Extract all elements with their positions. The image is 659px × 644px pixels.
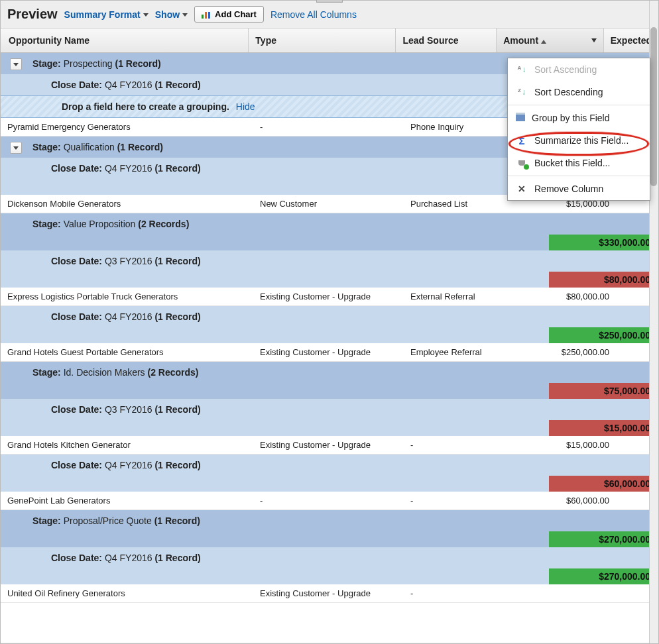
add-chart-button[interactable]: Add Chart <box>194 6 264 23</box>
data-row[interactable]: Grand Hotels Guest Portable GeneratorsEx… <box>1 343 658 362</box>
caret-down-icon <box>143 13 149 17</box>
cell-lead-source: Employee Referral <box>405 344 508 360</box>
menu-bucket-field[interactable]: Bucket this Field... <box>508 152 650 174</box>
collapse-toggle[interactable] <box>10 58 22 70</box>
cell-type: Existing Customer - Upgrade <box>255 344 405 360</box>
stage-summary-row: $75,000.00 <box>1 383 658 399</box>
group-icon <box>516 115 525 121</box>
column-menu: Sort Ascending Sort Descending Group by … <box>507 58 650 201</box>
summary-amount: $60,000.00 <box>549 476 658 492</box>
close-icon: ✕ <box>516 184 528 194</box>
summary-amount: $270,000.00 <box>549 531 658 547</box>
cell-lead-source: - <box>405 585 508 602</box>
cell-opportunity-name: Pyramid Emergency Generators <box>1 119 255 135</box>
date-summary-row: $250,000.00 <box>1 327 658 343</box>
menu-remove-column[interactable]: ✕Remove Column <box>508 178 650 200</box>
menu-separator <box>508 176 650 176</box>
cell-type: - <box>255 119 405 135</box>
sort-asc-icon <box>541 40 546 44</box>
stage-group-header[interactable]: Stage: Proposal/Price Quote (1 Record) <box>1 510 658 531</box>
stage-summary-row: $270,000.00 <box>1 531 658 547</box>
cell-lead-source: - <box>405 492 508 509</box>
cell-amount <box>508 590 617 597</box>
cell-type: Existing Customer - Upgrade <box>255 437 405 453</box>
stage-summary-row: $330,000.00 <box>1 235 658 250</box>
vertical-scrollbar[interactable] <box>649 1 658 643</box>
summary-format-link[interactable]: Summary Format <box>64 9 149 20</box>
cell-type: - <box>255 492 405 509</box>
hide-link[interactable]: Hide <box>236 101 255 112</box>
summary-amount: $250,000.00 <box>549 327 658 343</box>
cell-opportunity-name: Dickenson Mobile Generators <box>1 195 255 212</box>
summary-amount: $330,000.00 <box>549 235 658 250</box>
cell-lead-source: Phone Inquiry <box>405 119 508 135</box>
show-link[interactable]: Show <box>155 9 188 20</box>
data-row[interactable]: Express Logistics Portable Truck Generat… <box>1 288 658 306</box>
summary-amount: $75,000.00 <box>549 383 658 399</box>
column-menu-button[interactable] <box>591 38 597 42</box>
cell-opportunity-name: Grand Hotels Kitchen Generator <box>1 437 255 453</box>
data-row[interactable]: Grand Hotels Kitchen GeneratorExisting C… <box>1 436 658 455</box>
cell-type: Existing Customer - Upgrade <box>255 585 405 602</box>
drag-notch[interactable] <box>316 0 343 3</box>
collapse-toggle[interactable] <box>10 142 22 154</box>
menu-sort-descending[interactable]: Sort Descending <box>508 81 650 103</box>
date-group-header[interactable]: Close Date: Q4 FY2016 (1 Record) <box>1 306 658 327</box>
col-type[interactable]: Type <box>249 28 396 52</box>
date-group-header[interactable]: Close Date: Q4 FY2016 (1 Record) <box>1 547 658 568</box>
date-group-header[interactable]: Close Date: Q3 FY2016 (1 Record) <box>1 250 658 272</box>
cell-opportunity-name: GenePoint Lab Generators <box>1 492 255 509</box>
table-header: Opportunity Name Type Lead Source Amount… <box>1 28 658 53</box>
cell-amount: $80,000.00 <box>508 288 617 305</box>
date-summary-row: $80,000.00 <box>1 272 658 288</box>
cell-opportunity-name: United Oil Refinery Generators <box>1 585 255 602</box>
sort-desc-icon <box>516 87 528 97</box>
remove-all-columns-link[interactable]: Remove All Columns <box>270 9 357 20</box>
menu-sort-ascending[interactable]: Sort Ascending <box>508 58 650 81</box>
cell-type: Existing Customer - Upgrade <box>255 288 405 305</box>
sort-asc-icon <box>516 64 528 75</box>
date-group-header[interactable]: Close Date: Q4 FY2016 (1 Record) <box>1 455 658 476</box>
preview-title: Preview <box>7 7 58 22</box>
date-summary-row: $15,000.00 <box>1 420 658 436</box>
cell-opportunity-name: Grand Hotels Guest Portable Generators <box>1 344 255 360</box>
col-amount[interactable]: Amount <box>497 28 604 52</box>
data-row[interactable]: GenePoint Lab Generators--$60,000.00 <box>1 492 658 510</box>
chart-icon <box>202 11 211 19</box>
bucket-icon <box>516 158 528 168</box>
cell-amount: $250,000.00 <box>508 344 617 360</box>
summary-amount: $15,000.00 <box>549 420 658 436</box>
sigma-icon: Σ <box>516 135 528 146</box>
summary-amount: $270,000.00 <box>549 568 658 584</box>
menu-separator <box>508 105 650 105</box>
date-group-header[interactable]: Close Date: Q3 FY2016 (1 Record) <box>1 399 658 420</box>
scroll-thumb[interactable] <box>650 27 657 186</box>
menu-group-by-field[interactable]: Group by this Field <box>508 107 650 129</box>
col-opportunity-name[interactable]: Opportunity Name <box>1 28 249 52</box>
data-row[interactable]: United Oil Refinery GeneratorsExisting C… <box>1 584 658 603</box>
toolbar: Preview Summary Format Show Add Chart Re… <box>1 1 658 28</box>
summary-amount: $80,000.00 <box>549 272 658 288</box>
cell-lead-source: Purchased List <box>405 195 508 212</box>
date-summary-row: $270,000.00 <box>1 568 658 584</box>
stage-group-header[interactable]: Stage: Value Proposition (2 Records) <box>1 213 658 235</box>
stage-group-header[interactable]: Stage: Id. Decision Makers (2 Records) <box>1 362 658 383</box>
cell-opportunity-name: Express Logistics Portable Truck Generat… <box>1 288 255 305</box>
cell-amount: $60,000.00 <box>508 492 617 509</box>
cell-lead-source: External Referral <box>405 288 508 305</box>
cell-lead-source: - <box>405 437 508 453</box>
caret-down-icon <box>182 13 188 17</box>
col-lead-source[interactable]: Lead Source <box>396 28 497 52</box>
menu-summarize-field[interactable]: ΣSummarize this Field... <box>508 129 650 152</box>
cell-amount: $15,000.00 <box>508 437 617 453</box>
date-summary-row: $60,000.00 <box>1 476 658 492</box>
cell-type: New Customer <box>255 195 405 212</box>
